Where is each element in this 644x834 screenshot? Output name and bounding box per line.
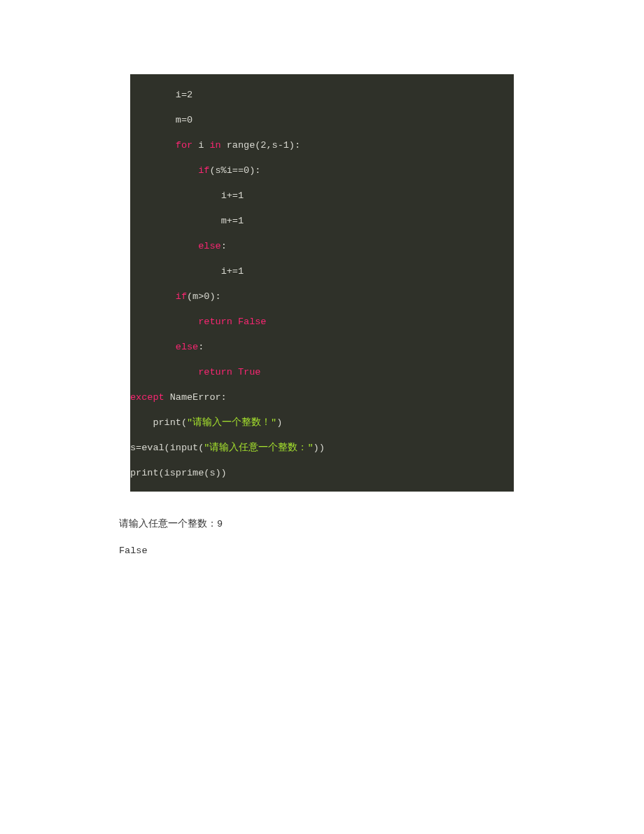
- code-token: range(2,s-1):: [221, 140, 300, 151]
- code-line: m+=1: [130, 209, 514, 234]
- code-token: ): [276, 417, 282, 428]
- code-token: in: [209, 140, 220, 151]
- code-token: False: [238, 317, 267, 327]
- code-line: i+=1: [130, 183, 514, 209]
- code-token: if: [198, 165, 209, 176]
- code-line: i+=1: [130, 259, 514, 284]
- output-line-2: False: [119, 545, 514, 557]
- code-token: [232, 317, 238, 327]
- code-token: return: [198, 367, 232, 377]
- code-token: NameError:: [164, 392, 227, 403]
- code-token: else: [198, 241, 220, 251]
- code-line: else:: [130, 234, 514, 259]
- code-token: (m>0):: [187, 291, 221, 302]
- code-line: m=0: [130, 108, 514, 133]
- code-token: "请输入任意一个整数：": [204, 443, 313, 453]
- code-token: return: [198, 317, 232, 327]
- code-token: print(isprime(s)): [130, 468, 227, 478]
- code-token: [232, 367, 238, 377]
- code-token: :: [198, 342, 204, 352]
- code-token: for: [176, 140, 192, 151]
- code-token: (s%i==0):: [209, 165, 260, 176]
- code-token: except: [130, 392, 164, 403]
- output-line-1: 请输入任意一个整数：9: [119, 518, 514, 531]
- code-token: print(: [153, 417, 187, 428]
- code-line: i=2: [130, 83, 514, 108]
- code-token: m+=1: [221, 216, 244, 226]
- code-line: else:: [130, 335, 514, 360]
- code-line: if(s%i==0):: [130, 158, 514, 183]
- code-line: print(isprime(s)): [130, 461, 514, 486]
- code-token: else: [176, 342, 198, 352]
- output-section: 请输入任意一个整数：9 False: [119, 518, 514, 557]
- code-line: except NameError:: [130, 385, 514, 410]
- code-token: :: [221, 241, 227, 251]
- code-line: s=eval(input("请输入任意一个整数：")): [130, 436, 514, 461]
- code-token: i+=1: [221, 266, 244, 277]
- code-token: i: [192, 140, 209, 151]
- code-line: for i in range(2,s-1):: [130, 133, 514, 158]
- code-token: if: [176, 291, 187, 302]
- code-line: if(m>0):: [130, 284, 514, 310]
- code-token: s=eval(input(: [130, 443, 204, 453]
- code-block: i=2 m=0 for i in range(2,s-1): if(s%i==0…: [130, 74, 514, 492]
- code-token: i=2: [176, 90, 192, 100]
- code-line: print("请输入一个整数！"): [130, 410, 514, 436]
- code-line: return False: [130, 310, 514, 335]
- code-token: True: [238, 367, 260, 377]
- code-token: m=0: [176, 115, 192, 125]
- code-line: return True: [130, 360, 514, 385]
- code-token: )): [314, 443, 325, 453]
- code-token: "请输入一个整数！": [187, 417, 276, 428]
- code-token: i+=1: [221, 190, 244, 201]
